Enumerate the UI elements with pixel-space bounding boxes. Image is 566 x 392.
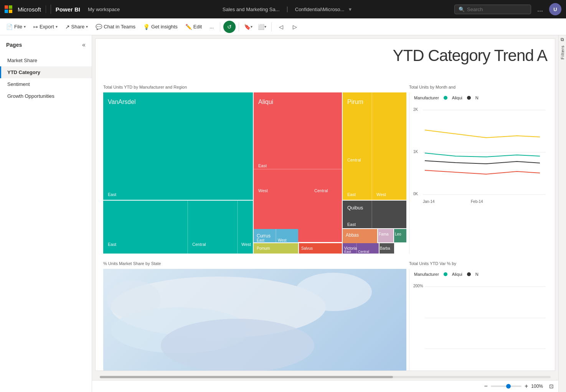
file-button[interactable]: 📄 File ▾ [3, 22, 29, 31]
edit-label: Edit [193, 24, 202, 30]
export-caret-icon: ▾ [56, 25, 58, 29]
fit-page-button[interactable]: ⊡ [549, 383, 554, 389]
chat-button[interactable]: 💬 Chat in Teams [92, 22, 139, 31]
svg-text:Pomum: Pomum [257, 246, 270, 250]
svg-text:Central: Central [314, 188, 328, 193]
ms-logo[interactable]: Microsoft [5, 5, 46, 13]
treemap-svg: VanArsdel East Central West East Aliqui [103, 92, 406, 254]
nav-forward-icon: ▷ [293, 24, 297, 30]
bookmark-caret-icon: ▾ [251, 25, 252, 29]
zoom-slider[interactable] [491, 385, 521, 387]
manufacturer-text: Manufacturer [414, 96, 439, 100]
view-icon: ⬜ [258, 24, 264, 30]
top-nav: Microsoft Power BI My workspace Sales an… [0, 0, 566, 18]
zoom-plus-button[interactable]: + [525, 383, 528, 390]
market-share-label: Market Share [7, 58, 37, 63]
svg-text:Currus: Currus [257, 233, 271, 239]
svg-text:East: East [108, 192, 116, 197]
sidebar-title: Pages [6, 42, 22, 48]
n-legend-label: N [475, 96, 479, 100]
svg-text:1K: 1K [413, 150, 418, 154]
bookmark-button[interactable]: 🔖 ▾ [242, 21, 254, 33]
share-icon: ↗ [65, 24, 70, 30]
treemap-label: Total Units YTD by Manufacturer and Regi… [103, 85, 187, 89]
toolbar: 📄 File ▾ ↦ Export ▾ ↗ Share ▾ 💬 Chat in … [0, 18, 566, 35]
svg-text:West: West [376, 192, 386, 197]
svg-text:Aliqui: Aliqui [258, 99, 273, 105]
more-options-button[interactable]: ... [206, 22, 217, 31]
bottomchart-n-dot [467, 272, 471, 276]
insights-label: Get insights [151, 24, 178, 30]
scrollbar-track[interactable] [100, 376, 551, 378]
report-caret-icon[interactable]: ▾ [349, 6, 351, 12]
svg-text:Leo: Leo [395, 232, 401, 236]
linechart-container[interactable]: Manufacturer Aliqui N 2K 1K 0K [409, 92, 555, 254]
svg-text:Quibus: Quibus [347, 205, 363, 211]
search-box[interactable]: 🔍 [454, 5, 531, 14]
bottomchart-aliqui-label: Aliqui [452, 272, 462, 277]
refresh-button[interactable]: ↺ [223, 21, 236, 33]
zoom-thumb [506, 384, 511, 389]
n-legend-dot [467, 96, 471, 100]
linechart-legend: Manufacturer Aliqui N [409, 92, 555, 103]
view-button[interactable]: ⬜ ▾ [256, 21, 268, 33]
insights-button[interactable]: 💡 Get insights [140, 22, 181, 31]
svg-text:0K: 0K [413, 192, 418, 196]
svg-text:200%: 200% [413, 284, 423, 288]
toolbar-sep-2 [239, 22, 239, 31]
sentiment-label: Sentiment [7, 81, 30, 87]
svg-text:West: West [258, 188, 268, 193]
map-container[interactable] [103, 269, 406, 371]
bottomchart-manufacturer-text: Manufacturer [414, 272, 439, 277]
map-land [103, 269, 406, 371]
zoom-minus-button[interactable]: − [484, 383, 488, 390]
nav-forward-button[interactable]: ▷ [289, 21, 301, 33]
svg-rect-0 [103, 92, 253, 200]
svg-text:West: West [278, 238, 287, 242]
treemap-container[interactable]: VanArsdel East Central West East Aliqui [103, 92, 406, 254]
svg-text:East: East [347, 222, 356, 227]
report-main-title: YTD Category Trend A [393, 46, 547, 65]
workspace-label[interactable]: My workspace [88, 7, 120, 12]
main-layout: Pages « Market Share YTD Category Sentim… [0, 35, 566, 392]
zoom-value: 100% [531, 384, 543, 389]
sidebar-item-growth-opportunities[interactable]: Growth Opportunities [0, 90, 92, 102]
right-panel[interactable]: ⧉ Filters [558, 35, 566, 392]
chat-label: Chat in Teams [104, 24, 135, 30]
svg-text:2K: 2K [413, 107, 418, 112]
svg-point-60 [295, 273, 372, 311]
ms-grid-icon [5, 5, 12, 13]
svg-text:East: East [344, 250, 351, 254]
nav-back-button[interactable]: ◁ [275, 21, 287, 33]
filters-label: Filters [560, 45, 565, 59]
bottomchart-svg: 200% [409, 280, 548, 368]
svg-text:West: West [241, 242, 251, 247]
avatar[interactable]: U [549, 3, 561, 15]
sidebar-item-ytd-category[interactable]: YTD Category [0, 66, 92, 78]
sidebar-item-sentiment[interactable]: Sentiment [0, 78, 92, 90]
svg-text:East: East [108, 242, 116, 247]
sidebar-header: Pages « [0, 38, 92, 53]
scrollbar-thumb[interactable] [100, 376, 393, 378]
more-options-label: ... [210, 24, 214, 30]
file-caret-icon: ▾ [24, 25, 26, 29]
more-options-icon[interactable]: ... [536, 4, 545, 15]
nav-back-icon: ◁ [279, 24, 283, 30]
search-input[interactable] [467, 7, 521, 12]
edit-button[interactable]: ✏️ Edit [182, 22, 205, 31]
export-button[interactable]: ↦ Export ▾ [30, 22, 61, 31]
sidebar-item-market-share[interactable]: Market Share [0, 54, 92, 66]
bottomchart-label: Total Units YTD Var % by [409, 261, 555, 266]
svg-point-61 [107, 280, 161, 319]
export-icon: ↦ [33, 24, 38, 30]
sidebar-collapse-button[interactable]: « [82, 41, 86, 48]
teams-icon: 💬 [96, 24, 102, 30]
map-label: % Units Market Share by State [103, 261, 161, 266]
bottomchart-n-label: N [475, 272, 479, 277]
bottomchart-container[interactable]: Manufacturer Aliqui N 200% [409, 269, 555, 371]
map-svg [103, 269, 406, 371]
share-button[interactable]: ↗ Share ▾ [62, 22, 91, 31]
svg-text:Barba: Barba [380, 246, 390, 250]
horizontal-scrollbar[interactable] [92, 374, 558, 380]
report-pipe: | [287, 6, 288, 13]
